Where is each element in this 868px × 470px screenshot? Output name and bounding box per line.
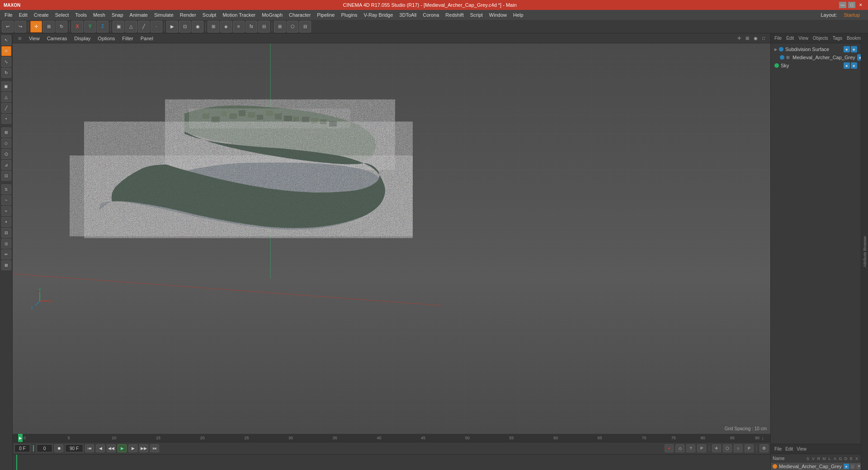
- sky-render-btn[interactable]: ■: [851, 62, 857, 69]
- timeline-keyframes[interactable]: [13, 455, 770, 470]
- menu-create[interactable]: Create: [31, 11, 52, 19]
- render-to-po-button[interactable]: ⊡: [179, 21, 191, 33]
- menu-mesh[interactable]: Mesh: [90, 11, 108, 19]
- viewport-menu-cameras[interactable]: Cameras: [45, 35, 69, 42]
- x-axis-button[interactable]: X: [71, 21, 83, 33]
- vp-icon-4[interactable]: □: [760, 35, 767, 42]
- settings-button[interactable]: ⚙: [760, 444, 769, 452]
- menu-vray[interactable]: V-Ray Bridge: [361, 11, 396, 19]
- am-tab-view[interactable]: View: [795, 446, 808, 452]
- menu-script[interactable]: Script: [467, 11, 486, 19]
- grid-button[interactable]: ⊟: [299, 21, 311, 33]
- menu-corona[interactable]: Corona: [420, 11, 442, 19]
- om-tab-edit[interactable]: Edit: [784, 35, 796, 42]
- menu-file[interactable]: File: [2, 11, 15, 19]
- auto-key-button[interactable]: ●: [665, 444, 674, 452]
- om-tab-file[interactable]: File: [773, 35, 783, 42]
- vp-icon-3[interactable]: ◉: [752, 35, 759, 42]
- menu-mograph[interactable]: MoGraph: [259, 11, 285, 19]
- poly-mode-btn[interactable]: △: [1, 92, 11, 102]
- grab-btn[interactable]: ⌖: [1, 217, 11, 227]
- menu-simulate[interactable]: Simulate: [151, 11, 176, 19]
- viewport-menu-display[interactable]: Display: [72, 35, 92, 42]
- menu-redshift[interactable]: Redshift: [443, 11, 466, 19]
- knife-btn[interactable]: ⊿: [1, 160, 11, 170]
- om-tab-objects[interactable]: Objects: [811, 35, 830, 42]
- om-tab-view[interactable]: View: [797, 35, 810, 42]
- menu-edit[interactable]: Edit: [16, 11, 30, 19]
- layer-button[interactable]: ⊟: [258, 21, 270, 33]
- material-manager-button[interactable]: ◈: [220, 21, 232, 33]
- viewport-menu-filter[interactable]: Filter: [120, 35, 135, 42]
- maximize-button[interactable]: □: [848, 2, 855, 8]
- obj-mode-btn[interactable]: ▣: [1, 81, 11, 91]
- prev-key-button[interactable]: ◀◀: [107, 444, 116, 452]
- tree-item-subdivision[interactable]: ▶ Subdivision Surface ■ ■: [773, 45, 859, 53]
- menu-window[interactable]: Window: [486, 11, 509, 19]
- redo-button[interactable]: ↪: [14, 21, 26, 33]
- tree-item-cap[interactable]: ⊞ Medieval_Archer_Cap_Grey ■ ■: [778, 53, 859, 61]
- motion-clip-button[interactable]: P: [697, 444, 706, 452]
- cap-vis-btn[interactable]: ■: [857, 54, 861, 61]
- paint-btn[interactable]: ✏: [1, 249, 11, 259]
- menu-help[interactable]: Help: [510, 11, 526, 19]
- pt-mode-btn[interactable]: •: [1, 114, 11, 124]
- bridge-btn[interactable]: ⌬: [1, 149, 11, 159]
- polygon-mode-button[interactable]: △: [125, 21, 137, 33]
- magnet-btn[interactable]: S: [1, 184, 11, 194]
- current-frame-input[interactable]: [14, 444, 30, 452]
- fill-btn[interactable]: ⊠: [1, 260, 11, 270]
- y-axis-button[interactable]: Y: [84, 21, 96, 33]
- go-to-end-button[interactable]: ⏭: [150, 444, 159, 452]
- undo-button[interactable]: ↩: [2, 21, 14, 33]
- obj-icon-1[interactable]: ■: [844, 464, 849, 469]
- record-button[interactable]: ⏺: [54, 444, 63, 452]
- viewport-menu-panel[interactable]: Panel: [139, 35, 155, 42]
- timeline-scrubber[interactable]: [16, 455, 17, 470]
- shaded-button[interactable]: ⬡: [287, 21, 298, 33]
- am-tab-file[interactable]: File: [773, 446, 783, 452]
- attribute-object-row[interactable]: Medieval_Archer_Cap_Grey ■ □ ✕ ◈ △ ⊟ ⊞ ❯: [771, 463, 861, 470]
- wireframe-button[interactable]: ⊞: [274, 21, 286, 33]
- menu-sculpt[interactable]: Sculpt: [200, 11, 219, 19]
- ipr-button[interactable]: ◉: [192, 21, 203, 33]
- menu-render[interactable]: Render: [177, 11, 199, 19]
- menu-pipeline[interactable]: Pipeline: [314, 11, 337, 19]
- add-keyframe-button[interactable]: ✛: [712, 444, 721, 452]
- menu-plugins[interactable]: Plugins: [338, 11, 360, 19]
- bevel-btn[interactable]: ◇: [1, 138, 11, 148]
- move-tool-button[interactable]: ✛: [30, 21, 42, 33]
- edge-mode-btn[interactable]: ╱: [1, 103, 11, 113]
- rotate-tool-button[interactable]: ↻: [56, 21, 67, 33]
- end-frame-input[interactable]: [65, 444, 83, 452]
- far-right-tab[interactable]: Attribute Browser: [861, 33, 868, 470]
- fx-button[interactable]: fx: [245, 21, 257, 33]
- select-tool[interactable]: ↖: [1, 35, 11, 45]
- extrude-btn[interactable]: ⊞: [1, 127, 11, 137]
- loop-btn[interactable]: ⊡: [1, 171, 11, 181]
- menu-3dtoall[interactable]: 3DToAll: [396, 11, 419, 19]
- frame-counter[interactable]: [37, 444, 52, 452]
- timeline-button[interactable]: ≡: [233, 21, 245, 33]
- next-key-button[interactable]: ▶▶: [139, 444, 148, 452]
- flatten-btn[interactable]: ⊟: [1, 228, 11, 238]
- anim-mode-button[interactable]: ?: [686, 444, 695, 452]
- go-to-start-button[interactable]: ⏮: [85, 444, 94, 452]
- timeline-btn2[interactable]: P: [745, 444, 754, 452]
- sky-vis-btn[interactable]: ■: [844, 62, 850, 69]
- subdiv-render-btn[interactable]: ■: [851, 46, 857, 52]
- menu-character[interactable]: Character: [286, 11, 313, 19]
- vp-icon-1[interactable]: ✛: [736, 35, 742, 42]
- menu-select[interactable]: Select: [52, 11, 72, 19]
- layout-value[interactable]: Startup: [841, 11, 863, 19]
- tree-item-sky[interactable]: Sky ■ ■: [773, 61, 859, 70]
- scale-tool-button[interactable]: ⊞: [43, 21, 55, 33]
- prev-frame-button[interactable]: ◀: [96, 444, 105, 452]
- 3d-viewport[interactable]: Perspective: [13, 43, 770, 434]
- rotate-tool[interactable]: ↻: [1, 68, 11, 78]
- smooth-btn[interactable]: ≈: [1, 206, 11, 216]
- menu-animate[interactable]: Animate: [127, 11, 151, 19]
- render-button[interactable]: ▶: [166, 21, 178, 33]
- menu-snap[interactable]: Snap: [109, 11, 126, 19]
- object-mode-button[interactable]: ▣: [113, 21, 124, 33]
